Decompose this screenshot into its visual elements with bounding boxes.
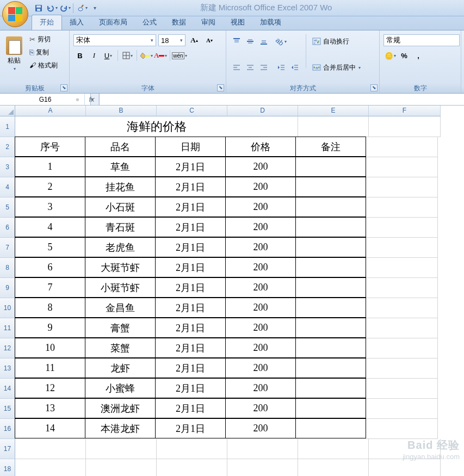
table-cell[interactable]: 2月1日 bbox=[155, 378, 226, 398]
table-cell[interactable] bbox=[295, 257, 366, 277]
table-header-cell[interactable]: 日期 bbox=[155, 137, 226, 157]
table-cell[interactable]: 2月1日 bbox=[155, 157, 226, 177]
cell[interactable] bbox=[369, 116, 441, 137]
table-cell[interactable]: 1 bbox=[15, 157, 85, 177]
column-header-C[interactable]: C bbox=[157, 106, 227, 116]
underline-button[interactable]: U▾ bbox=[102, 50, 115, 61]
cut-button[interactable]: 剪切 bbox=[28, 33, 59, 45]
column-header-F[interactable]: F bbox=[369, 106, 441, 116]
cancel-formula-button[interactable]: ● bbox=[71, 94, 85, 105]
table-cell[interactable]: 老虎鱼 bbox=[85, 237, 156, 257]
decrease-font-button[interactable]: A▾ bbox=[203, 34, 216, 46]
fill-color-button[interactable]: ▾ bbox=[140, 50, 153, 61]
table-cell[interactable]: 2月1日 bbox=[155, 257, 226, 277]
number-format-combo[interactable]: 常规 bbox=[383, 34, 460, 46]
table-cell[interactable]: 澳洲龙虾 bbox=[85, 398, 156, 418]
cell[interactable] bbox=[86, 459, 157, 476]
row-header[interactable]: 8 bbox=[0, 258, 15, 278]
cell[interactable] bbox=[366, 157, 438, 177]
table-cell[interactable]: 200 bbox=[225, 378, 296, 398]
cell[interactable] bbox=[366, 318, 438, 338]
tab-view[interactable]: 视图 bbox=[223, 15, 252, 30]
clipboard-dialog-launcher[interactable]: ⬊ bbox=[60, 84, 67, 91]
cell[interactable] bbox=[227, 459, 298, 476]
cell[interactable] bbox=[86, 439, 157, 459]
table-cell[interactable] bbox=[295, 217, 366, 237]
table-cell[interactable] bbox=[295, 378, 366, 398]
table-cell[interactable]: 200 bbox=[225, 338, 296, 358]
row-header[interactable]: 14 bbox=[0, 379, 15, 399]
merge-center-button[interactable]: a合并后居中▾ bbox=[311, 61, 372, 73]
row-header[interactable]: 18 bbox=[0, 459, 15, 476]
cell[interactable] bbox=[366, 137, 438, 157]
italic-button[interactable]: I bbox=[88, 50, 101, 61]
table-cell[interactable]: 小蜜蜂 bbox=[85, 378, 156, 398]
cell[interactable] bbox=[366, 278, 438, 298]
cell[interactable] bbox=[298, 459, 369, 476]
table-cell[interactable]: 200 bbox=[225, 277, 296, 298]
cell[interactable] bbox=[366, 338, 438, 358]
font-size-combo[interactable]: 18▾ bbox=[158, 34, 185, 46]
table-cell[interactable]: 200 bbox=[225, 398, 296, 418]
increase-indent-button[interactable] bbox=[288, 61, 301, 73]
cell[interactable] bbox=[366, 399, 438, 419]
align-left-button[interactable] bbox=[230, 61, 243, 73]
cell[interactable] bbox=[366, 258, 438, 278]
font-name-combo[interactable]: 宋体▾ bbox=[73, 34, 156, 46]
table-cell[interactable]: 2月1日 bbox=[155, 318, 226, 338]
formula-input[interactable] bbox=[99, 94, 464, 105]
cell[interactable] bbox=[369, 459, 441, 476]
table-cell[interactable]: 2月1日 bbox=[155, 418, 226, 438]
comma-button[interactable]: , bbox=[412, 50, 425, 61]
row-header[interactable]: 7 bbox=[0, 238, 15, 258]
align-bottom-button[interactable] bbox=[257, 35, 270, 47]
row-header[interactable]: 9 bbox=[0, 278, 15, 298]
tab-formulas[interactable]: 公式 bbox=[135, 15, 164, 30]
tab-page-layout[interactable]: 页面布局 bbox=[91, 15, 135, 30]
column-header-E[interactable]: E bbox=[298, 106, 369, 116]
table-cell[interactable]: 8 bbox=[15, 298, 85, 318]
table-cell[interactable]: 200 bbox=[225, 237, 296, 257]
format-painter-button[interactable]: 格式刷 bbox=[28, 59, 59, 71]
table-cell[interactable]: 2月1日 bbox=[155, 398, 226, 418]
table-cell[interactable]: 12 bbox=[15, 378, 85, 398]
column-header-A[interactable]: A bbox=[15, 106, 86, 116]
qat-customize-button[interactable]: ▾ bbox=[89, 2, 101, 14]
cell[interactable] bbox=[15, 439, 86, 459]
table-cell[interactable] bbox=[295, 358, 366, 378]
table-cell[interactable] bbox=[295, 197, 366, 217]
row-header[interactable]: 10 bbox=[0, 298, 15, 318]
row-header[interactable]: 15 bbox=[0, 399, 15, 419]
insert-function-button[interactable]: fx bbox=[85, 94, 99, 105]
table-cell[interactable]: 200 bbox=[225, 318, 296, 338]
cell[interactable] bbox=[157, 439, 227, 459]
cell[interactable] bbox=[298, 116, 369, 137]
table-cell[interactable]: 青石斑 bbox=[85, 217, 156, 237]
table-cell[interactable] bbox=[295, 338, 366, 358]
table-cell[interactable]: 6 bbox=[15, 257, 85, 277]
table-cell[interactable]: 11 bbox=[15, 358, 85, 378]
row-header[interactable]: 16 bbox=[0, 419, 15, 439]
row-header[interactable]: 3 bbox=[0, 157, 15, 177]
table-cell[interactable] bbox=[295, 398, 366, 418]
tab-home[interactable]: 开始 bbox=[32, 15, 62, 30]
row-header[interactable]: 4 bbox=[0, 177, 15, 197]
table-cell[interactable]: 2月1日 bbox=[155, 338, 226, 358]
cell[interactable] bbox=[366, 379, 438, 399]
table-header-cell[interactable]: 品名 bbox=[85, 137, 156, 157]
align-right-button[interactable] bbox=[257, 61, 270, 73]
copy-button[interactable]: 复制 bbox=[28, 46, 59, 58]
save-button[interactable] bbox=[33, 2, 45, 14]
align-dialog-launcher[interactable]: ⬊ bbox=[370, 84, 378, 91]
table-cell[interactable]: 200 bbox=[225, 197, 296, 217]
align-middle-button[interactable] bbox=[244, 35, 257, 47]
row-header[interactable]: 12 bbox=[0, 338, 15, 358]
paste-button[interactable]: 粘贴 ▾ bbox=[3, 32, 26, 73]
table-cell[interactable]: 200 bbox=[225, 257, 296, 277]
print-preview-button[interactable]: ▾ bbox=[76, 2, 88, 14]
table-cell[interactable]: 2月1日 bbox=[155, 358, 226, 378]
table-cell[interactable] bbox=[295, 237, 366, 257]
table-cell[interactable]: 14 bbox=[15, 418, 85, 438]
cell[interactable] bbox=[366, 177, 438, 197]
row-header[interactable]: 11 bbox=[0, 318, 15, 338]
